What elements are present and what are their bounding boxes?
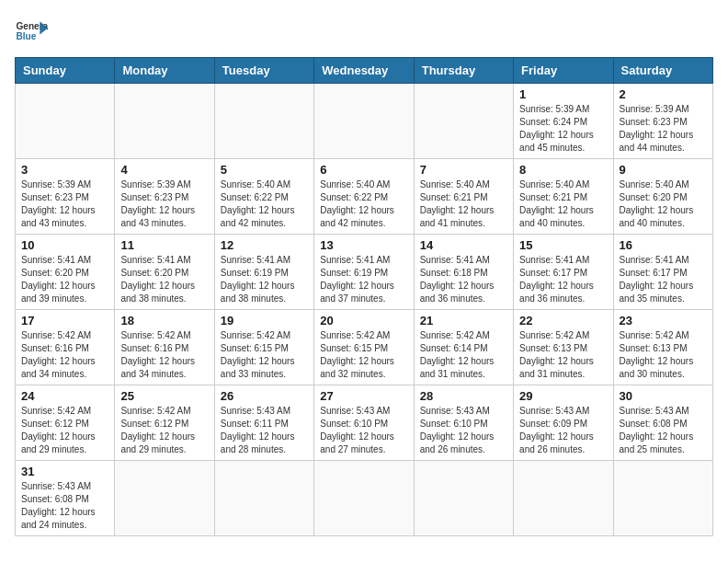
day-number: 23 (620, 314, 707, 327)
day-number: 11 (120, 238, 208, 252)
day-number: 19 (221, 314, 308, 327)
calendar-week-6: 31Sunrise: 5:43 AM Sunset: 6:08 PM Dayli… (16, 461, 713, 536)
logo: General Blue (15, 15, 48, 48)
calendar-cell: 13Sunrise: 5:41 AM Sunset: 6:19 PM Dayli… (314, 235, 414, 310)
calendar-cell: 24Sunrise: 5:42 AM Sunset: 6:12 PM Dayli… (16, 385, 115, 461)
day-info: Sunrise: 5:42 AM Sunset: 6:12 PM Dayligh… (21, 405, 108, 456)
day-number: 28 (420, 389, 507, 403)
day-info: Sunrise: 5:42 AM Sunset: 6:13 PM Dayligh… (519, 329, 607, 381)
day-info: Sunrise: 5:43 AM Sunset: 6:08 PM Dayligh… (21, 480, 108, 532)
calendar-cell: 15Sunrise: 5:41 AM Sunset: 6:17 PM Dayli… (514, 235, 613, 310)
day-number: 2 (620, 87, 707, 101)
day-number: 21 (420, 314, 507, 327)
calendar-cell: 12Sunrise: 5:41 AM Sunset: 6:19 PM Dayli… (214, 235, 313, 310)
day-number: 27 (320, 389, 407, 403)
day-info: Sunrise: 5:42 AM Sunset: 6:15 PM Dayligh… (320, 329, 407, 381)
calendar-cell: 14Sunrise: 5:41 AM Sunset: 6:18 PM Dayli… (414, 235, 513, 310)
calendar-cell: 22Sunrise: 5:42 AM Sunset: 6:13 PM Dayli… (514, 310, 613, 385)
day-number: 9 (620, 163, 707, 177)
day-info: Sunrise: 5:41 AM Sunset: 6:20 PM Dayligh… (21, 254, 108, 305)
day-number: 16 (620, 238, 707, 252)
calendar-cell: 25Sunrise: 5:42 AM Sunset: 6:12 PM Dayli… (115, 385, 214, 461)
calendar-cell (115, 461, 214, 536)
calendar-week-2: 3Sunrise: 5:39 AM Sunset: 6:23 PM Daylig… (16, 159, 713, 235)
calendar-cell (16, 84, 115, 159)
calendar-cell: 5Sunrise: 5:40 AM Sunset: 6:22 PM Daylig… (214, 159, 313, 235)
day-info: Sunrise: 5:40 AM Sunset: 6:22 PM Dayligh… (320, 178, 407, 230)
day-number: 18 (120, 314, 208, 327)
calendar-cell: 21Sunrise: 5:42 AM Sunset: 6:14 PM Dayli… (414, 310, 513, 385)
day-number: 13 (320, 238, 407, 252)
day-number: 7 (420, 163, 507, 177)
calendar-cell: 30Sunrise: 5:43 AM Sunset: 6:08 PM Dayli… (613, 385, 712, 461)
calendar-week-1: 1Sunrise: 5:39 AM Sunset: 6:24 PM Daylig… (16, 84, 713, 159)
day-number: 6 (320, 163, 407, 177)
calendar-cell: 19Sunrise: 5:42 AM Sunset: 6:15 PM Dayli… (214, 310, 313, 385)
day-number: 22 (519, 314, 607, 327)
calendar-cell: 29Sunrise: 5:43 AM Sunset: 6:09 PM Dayli… (514, 385, 613, 461)
day-number: 25 (120, 389, 208, 403)
day-number: 5 (221, 163, 308, 177)
day-number: 4 (120, 163, 208, 177)
day-number: 10 (21, 238, 108, 252)
day-info: Sunrise: 5:40 AM Sunset: 6:20 PM Dayligh… (620, 178, 707, 230)
calendar-cell: 4Sunrise: 5:39 AM Sunset: 6:23 PM Daylig… (115, 159, 214, 235)
calendar-week-5: 24Sunrise: 5:42 AM Sunset: 6:12 PM Dayli… (16, 385, 713, 461)
calendar-cell (214, 461, 313, 536)
svg-text:Blue: Blue (16, 31, 36, 41)
calendar-cell: 3Sunrise: 5:39 AM Sunset: 6:23 PM Daylig… (16, 159, 115, 235)
calendar-cell: 6Sunrise: 5:40 AM Sunset: 6:22 PM Daylig… (314, 159, 414, 235)
day-number: 29 (519, 389, 607, 403)
day-info: Sunrise: 5:39 AM Sunset: 6:24 PM Dayligh… (519, 103, 607, 155)
calendar-week-3: 10Sunrise: 5:41 AM Sunset: 6:20 PM Dayli… (16, 235, 713, 310)
weekday-header-sunday: Sunday (16, 58, 115, 84)
calendar-cell (613, 461, 712, 536)
weekday-header-monday: Monday (115, 58, 214, 84)
calendar-cell: 8Sunrise: 5:40 AM Sunset: 6:21 PM Daylig… (514, 159, 613, 235)
calendar-cell: 1Sunrise: 5:39 AM Sunset: 6:24 PM Daylig… (514, 84, 613, 159)
calendar-cell: 26Sunrise: 5:43 AM Sunset: 6:11 PM Dayli… (214, 385, 313, 461)
calendar-cell: 17Sunrise: 5:42 AM Sunset: 6:16 PM Dayli… (16, 310, 115, 385)
day-info: Sunrise: 5:42 AM Sunset: 6:15 PM Dayligh… (221, 329, 308, 381)
day-info: Sunrise: 5:40 AM Sunset: 6:21 PM Dayligh… (420, 178, 507, 230)
calendar-cell: 11Sunrise: 5:41 AM Sunset: 6:20 PM Dayli… (115, 235, 214, 310)
day-number: 17 (21, 314, 108, 327)
calendar-cell: 27Sunrise: 5:43 AM Sunset: 6:10 PM Dayli… (314, 385, 414, 461)
calendar-cell (314, 84, 414, 159)
weekday-header-row: SundayMondayTuesdayWednesdayThursdayFrid… (16, 58, 713, 84)
day-number: 15 (519, 238, 607, 252)
day-number: 14 (420, 238, 507, 252)
day-info: Sunrise: 5:42 AM Sunset: 6:13 PM Dayligh… (620, 329, 707, 381)
day-info: Sunrise: 5:41 AM Sunset: 6:19 PM Dayligh… (221, 254, 308, 305)
calendar-cell: 10Sunrise: 5:41 AM Sunset: 6:20 PM Dayli… (16, 235, 115, 310)
day-info: Sunrise: 5:42 AM Sunset: 6:16 PM Dayligh… (21, 329, 108, 381)
day-info: Sunrise: 5:41 AM Sunset: 6:17 PM Dayligh… (620, 254, 707, 305)
calendar-cell: 16Sunrise: 5:41 AM Sunset: 6:17 PM Dayli… (613, 235, 712, 310)
day-info: Sunrise: 5:42 AM Sunset: 6:12 PM Dayligh… (120, 405, 208, 456)
weekday-header-wednesday: Wednesday (314, 58, 414, 84)
logo-icon: General Blue (15, 15, 48, 48)
day-number: 30 (620, 389, 707, 403)
day-info: Sunrise: 5:43 AM Sunset: 6:10 PM Dayligh… (420, 405, 507, 456)
calendar-cell (414, 461, 513, 536)
day-number: 31 (21, 465, 108, 478)
day-number: 12 (221, 238, 308, 252)
calendar-cell (414, 84, 513, 159)
calendar-cell (115, 84, 214, 159)
calendar-cell (214, 84, 313, 159)
day-info: Sunrise: 5:42 AM Sunset: 6:14 PM Dayligh… (420, 329, 507, 381)
day-info: Sunrise: 5:39 AM Sunset: 6:23 PM Dayligh… (620, 103, 707, 155)
day-info: Sunrise: 5:39 AM Sunset: 6:23 PM Dayligh… (21, 178, 108, 230)
calendar-cell: 18Sunrise: 5:42 AM Sunset: 6:16 PM Dayli… (115, 310, 214, 385)
day-info: Sunrise: 5:41 AM Sunset: 6:20 PM Dayligh… (120, 254, 208, 305)
day-info: Sunrise: 5:43 AM Sunset: 6:11 PM Dayligh… (221, 405, 308, 456)
weekday-header-friday: Friday (514, 58, 613, 84)
day-info: Sunrise: 5:40 AM Sunset: 6:21 PM Dayligh… (519, 178, 607, 230)
calendar-cell: 20Sunrise: 5:42 AM Sunset: 6:15 PM Dayli… (314, 310, 414, 385)
calendar-cell (514, 461, 613, 536)
calendar-cell: 7Sunrise: 5:40 AM Sunset: 6:21 PM Daylig… (414, 159, 513, 235)
weekday-header-tuesday: Tuesday (214, 58, 313, 84)
day-number: 1 (519, 87, 607, 101)
calendar-cell: 2Sunrise: 5:39 AM Sunset: 6:23 PM Daylig… (613, 84, 712, 159)
day-info: Sunrise: 5:39 AM Sunset: 6:23 PM Dayligh… (120, 178, 208, 230)
